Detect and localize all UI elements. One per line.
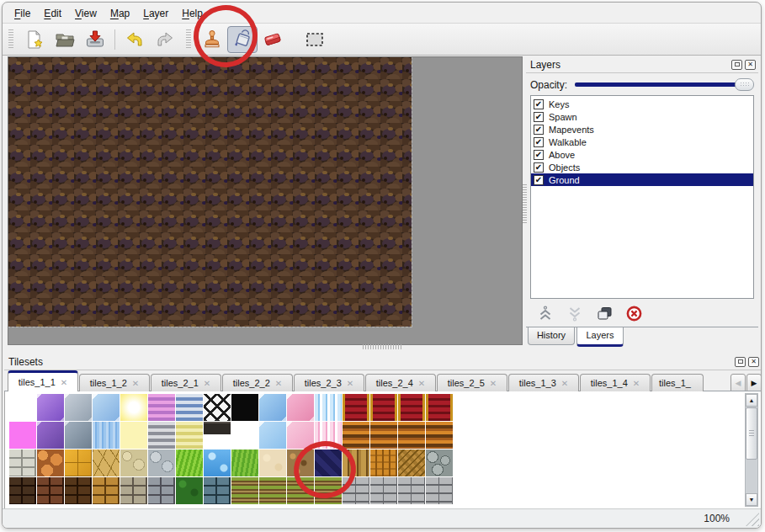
tile-tilled-grass[interactable] [259,477,286,504]
tile-red-carpet[interactable] [343,394,369,421]
tileset-vertical-scrollbar[interactable]: ▲ ▼ [745,393,758,507]
layer-visibility-checkbox[interactable]: ✔ [534,125,544,135]
tile-basket-weave[interactable] [370,450,397,476]
tab-close-icon[interactable]: ✕ [204,379,210,388]
tile-stone-logs[interactable] [426,450,453,476]
toolbar-drag-grip[interactable] [8,29,13,50]
tile-tilled-grass[interactable] [315,477,342,504]
tab-close-icon[interactable]: ✕ [633,379,640,388]
tileset-tab-tiles_1_[interactable]: tiles_1_ [651,374,704,391]
tab-close-icon[interactable]: ✕ [347,379,353,388]
tile-gray-brick[interactable] [148,477,175,504]
layer-row-spawn[interactable]: ✔Spawn [531,110,753,123]
opacity-slider-handle[interactable] [735,78,754,91]
tab-close-icon[interactable]: ✕ [561,379,568,388]
tile-blank-white[interactable] [231,422,258,449]
horizontal-splitter-handle[interactable] [363,344,401,349]
tile-red-carpet[interactable] [426,394,453,421]
tile-metal-plate[interactable] [204,422,231,449]
scroll-down-arrow-icon[interactable]: ▼ [746,493,757,506]
tileset-tab-tiles_1_3[interactable]: tiles_1_3✕ [508,374,579,391]
tile-beige-pebbles[interactable] [120,450,147,476]
tile-sky-glass[interactable] [259,394,286,421]
layer-row-ground[interactable]: ✔Ground [531,173,753,186]
map-viewport[interactable] [8,56,523,345]
float-panel-icon[interactable] [731,60,742,70]
tile-water-glass[interactable] [93,422,120,449]
resize-grip[interactable] [746,513,759,526]
open-map-button[interactable] [50,26,80,53]
tileset-tab-tiles_1_4[interactable]: tiles_1_4✕ [580,374,651,391]
toolbar-drag-grip[interactable] [186,29,191,50]
tab-close-icon[interactable]: ✕ [275,379,282,388]
delete-layer-button[interactable] [624,306,643,322]
tile-sand[interactable] [259,450,286,476]
tab-layers[interactable]: Layers [576,327,624,347]
layer-visibility-checkbox[interactable]: ✔ [534,99,544,109]
menu-item-help[interactable]: Help [175,5,210,22]
scroll-up-arrow-icon[interactable]: ▲ [746,394,757,407]
tile-brown-brick[interactable] [37,477,64,504]
layer-row-keys[interactable]: ✔Keys [531,98,753,110]
tile-dark-brown-brick[interactable] [65,477,92,504]
tileset-tab-tiles_2_3[interactable]: tiles_2_3✕ [294,374,364,391]
opacity-slider-track[interactable] [575,82,752,87]
tile-stone-brick[interactable] [343,477,369,504]
tile-tan-stone-brick[interactable] [120,477,147,504]
scroll-tabs-right-icon[interactable]: ▶ [746,374,762,391]
tile-lattice[interactable] [204,394,231,421]
tab-close-icon[interactable]: ✕ [132,379,139,388]
layer-visibility-checkbox[interactable]: ✔ [534,112,544,122]
redo-button[interactable] [150,26,180,53]
tile-tilled-grass[interactable] [287,477,314,504]
layer-visibility-checkbox[interactable]: ✔ [534,137,544,147]
tab-history[interactable]: History [528,327,575,345]
tile-pink-glass[interactable] [287,394,314,421]
tile-grass[interactable] [231,450,258,476]
opacity-slider[interactable] [575,78,754,91]
tile-wood-stripes[interactable] [370,422,397,449]
tile-wood-planks[interactable] [343,450,369,476]
tile-stone-blocks[interactable] [9,450,36,476]
tileset-tab-tiles_1_2[interactable]: tiles_1_2✕ [79,374,150,391]
scroll-tabs-left-icon[interactable]: ◀ [730,374,746,391]
tile-stone-brick[interactable] [370,477,397,504]
tile-wood-stripes[interactable] [343,422,369,449]
tile-navy-tile[interactable] [315,450,342,476]
tile-tilled-grass[interactable] [231,477,258,504]
tab-close-icon[interactable]: ✕ [418,379,425,388]
tile-pink-stripes[interactable] [148,394,175,421]
menu-item-file[interactable]: File [8,5,37,22]
layer-row-mapevents[interactable]: ✔Mapevents [531,123,753,136]
tile-yellow-glow[interactable] [120,394,147,421]
tile-gold-brick[interactable] [93,477,120,504]
tile-stone-brick[interactable] [398,477,425,504]
tile-gray-glass[interactable] [65,394,92,421]
layer-row-above[interactable]: ✔Above [531,148,753,161]
tileset-tab-tiles_2_4[interactable]: tiles_2_4✕ [365,374,436,391]
tile-hedge[interactable] [176,477,203,504]
tile-magenta[interactable] [9,422,36,449]
tileset-tab-tiles_2_5[interactable]: tiles_2_5✕ [437,374,507,391]
tile-orange-cobble[interactable] [37,450,64,476]
tile-pale-pink-glass[interactable] [287,422,314,449]
tile-dark-gray-glass[interactable] [65,422,92,449]
layer-visibility-checkbox[interactable]: ✔ [534,150,544,160]
float-panel-icon[interactable] [735,357,746,367]
tile-red-carpet[interactable] [398,394,425,421]
tile-gold-tiles[interactable] [65,450,92,476]
tile-dark-brick[interactable] [9,477,36,504]
eraser-tool-button[interactable] [258,26,288,53]
tile-bright-grass[interactable] [176,450,203,476]
tile-blank-white[interactable] [9,394,36,421]
tile-water[interactable] [204,450,231,476]
stamp-tool-button[interactable] [197,26,227,53]
tile-wood-stripes[interactable] [426,422,453,449]
tileset-tab-tiles_1_1[interactable]: tiles_1_1✕ [8,370,78,391]
tile-herringbone[interactable] [398,450,425,476]
menu-item-view[interactable]: View [68,5,104,22]
tile-pink-vert-stripes[interactable] [315,422,342,449]
fill-tool-button[interactable] [227,26,258,53]
duplicate-layer-button[interactable] [595,306,614,322]
tile-black[interactable] [231,394,258,421]
